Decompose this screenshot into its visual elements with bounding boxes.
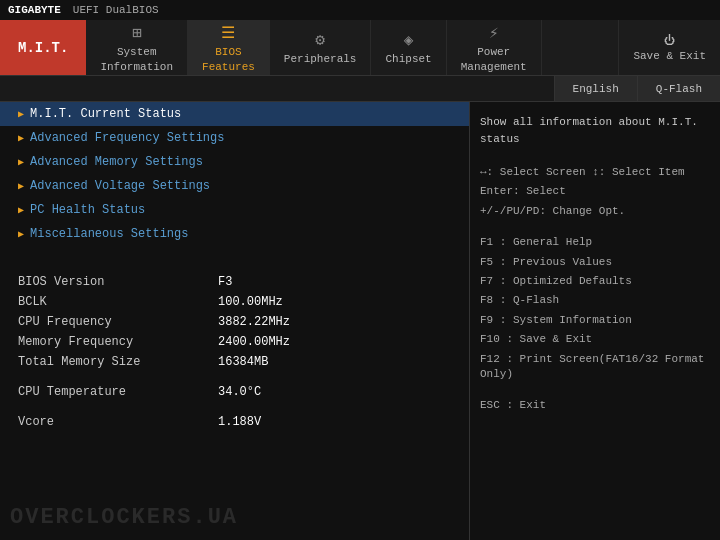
dual-bios-label: UEFI DualBIOS [73,4,159,16]
nav-item-system-information[interactable]: ⊞ System Information [86,20,188,75]
nav-save-exit-label: Save & Exit [633,50,706,62]
nav-system-line2: Information [100,61,173,73]
menu-label-advanced-frequency-settings: Advanced Frequency Settings [30,131,224,145]
nav-item-bios-features[interactable]: ☰ BIOS Features [188,20,270,75]
nav-item-power-management[interactable]: ⚡ Power Management [447,20,542,75]
qflash-button[interactable]: Q-Flash [637,76,720,101]
info-section: BIOS Version F3 BCLK 100.00MHz CPU Frequ… [0,254,469,432]
menu-item-advanced-frequency-settings[interactable]: ▶ Advanced Frequency Settings [0,126,469,150]
arrow-icon: ▶ [18,180,24,192]
arrow-icon: ▶ [18,204,24,216]
info-row-bclk: BCLK 100.00MHz [18,292,451,312]
arrow-icon: ▶ [18,228,24,240]
language-button[interactable]: English [554,76,637,101]
menu-item-miscellaneous-settings[interactable]: ▶ Miscellaneous Settings [0,222,469,246]
menu-label-pc-health-status: PC Health Status [30,203,145,217]
menu-item-advanced-memory-settings[interactable]: ▶ Advanced Memory Settings [0,150,469,174]
nav-power-line1: Power [477,46,510,58]
menu-item-pc-health-status[interactable]: ▶ PC Health Status [0,198,469,222]
shortcut-f5: F5 : Previous Values [480,255,710,270]
nav-right-section: ⏻ Save & Exit [618,20,720,75]
menu-item-mit-current-status[interactable]: ▶ M.I.T. Current Status [0,102,469,126]
nav-chipset-label: Chipset [385,53,431,65]
nav-bar: M.I.T. ⊞ System Information ☰ BIOS Featu… [0,20,720,76]
value-cpu-frequency: 3882.22MHz [218,315,290,329]
shortcut-list: ↔: Select Screen ↕: Select Item Enter: S… [480,165,710,414]
menu-item-advanced-voltage-settings[interactable]: ▶ Advanced Voltage Settings [0,174,469,198]
label-bclk: BCLK [18,295,218,309]
nav-bios-line1: BIOS [215,46,241,58]
label-vcore: Vcore [18,415,218,429]
label-cpu-temperature: CPU Temperature [18,385,218,399]
chipset-icon: ◈ [404,30,414,50]
arrow-icon: ▶ [18,132,24,144]
save-exit-icon: ⏻ [664,34,675,47]
value-memory-frequency: 2400.00MHz [218,335,290,349]
info-row-cpu-temperature: CPU Temperature 34.0°C [18,382,451,402]
value-bios-version: F3 [218,275,232,289]
info-row-bios-version: BIOS Version F3 [18,272,451,292]
left-panel: ▶ M.I.T. Current Status ▶ Advanced Frequ… [0,102,470,540]
nav-mit-label: M.I.T. [18,40,68,56]
shortcut-f12: F12 : Print Screen(FAT16/32 Format Only) [480,352,710,383]
shortcut-f1: F1 : General Help [480,235,710,250]
shortcut-f9: F9 : System Information [480,313,710,328]
label-memory-frequency: Memory Frequency [18,335,218,349]
nav-peripherals-label: Peripherals [284,53,357,65]
shortcut-f10: F10 : Save & Exit [480,332,710,347]
brand-name: GIGABYTE [8,4,61,16]
shortcut-select-screen: ↔: Select Screen ↕: Select Item [480,165,710,180]
nav-item-chipset[interactable]: ◈ Chipset [371,20,446,75]
bios-features-icon: ☰ [221,23,235,43]
shortcut-esc: ESC : Exit [480,398,710,413]
shortcut-f8: F8 : Q-Flash [480,293,710,308]
menu-label-miscellaneous-settings: Miscellaneous Settings [30,227,188,241]
menu-label-mit-current-status: M.I.T. Current Status [30,107,181,121]
label-total-memory-size: Total Memory Size [18,355,218,369]
info-row-vcore: Vcore 1.188V [18,412,451,432]
main-content: ▶ M.I.T. Current Status ▶ Advanced Frequ… [0,102,720,540]
arrow-icon: ▶ [18,156,24,168]
power-management-icon: ⚡ [489,23,499,43]
shortcut-enter: Enter: Select [480,184,710,199]
nav-system-line1: System [117,46,157,58]
peripherals-icon: ⚙ [315,30,325,50]
arrow-icon: ▶ [18,108,24,120]
top-bar: GIGABYTE UEFI DualBIOS [0,0,720,20]
value-cpu-temperature: 34.0°C [218,385,261,399]
menu-label-advanced-voltage-settings: Advanced Voltage Settings [30,179,210,193]
label-bios-version: BIOS Version [18,275,218,289]
nav-item-mit[interactable]: M.I.T. [0,20,86,75]
right-panel: Show all information about M.I.T. status… [470,102,720,540]
lang-bar: English Q-Flash [0,76,720,102]
shortcut-f7: F7 : Optimized Defaults [480,274,710,289]
label-cpu-frequency: CPU Frequency [18,315,218,329]
info-row-memory-frequency: Memory Frequency 2400.00MHz [18,332,451,352]
info-row-cpu-frequency: CPU Frequency 3882.22MHz [18,312,451,332]
shortcut-change-opt: +/-/PU/PD: Change Opt. [480,204,710,219]
system-information-icon: ⊞ [132,23,142,43]
info-row-total-memory-size: Total Memory Size 16384MB [18,352,451,372]
nav-item-peripherals[interactable]: ⚙ Peripherals [270,20,372,75]
value-bclk: 100.00MHz [218,295,283,309]
value-vcore: 1.188V [218,415,261,429]
value-total-memory-size: 16384MB [218,355,268,369]
nav-bios-line2: Features [202,61,255,73]
help-text: Show all information about M.I.T. status [480,114,710,147]
menu-label-advanced-memory-settings: Advanced Memory Settings [30,155,203,169]
nav-power-line2: Management [461,61,527,73]
nav-save-exit[interactable]: ⏻ Save & Exit [618,20,720,75]
